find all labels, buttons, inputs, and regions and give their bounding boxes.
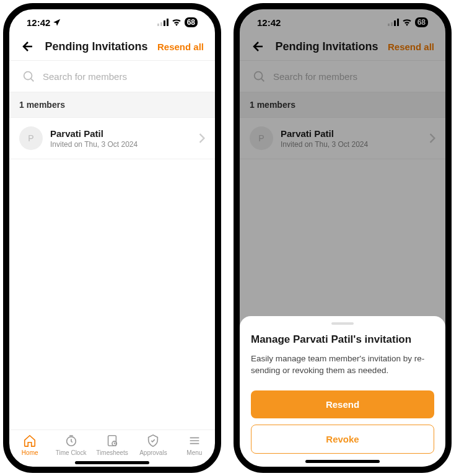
tab-label: Approvals: [139, 449, 167, 456]
member-info: Parvati Patil Invited on Thu, 3 Oct 2024: [281, 128, 422, 149]
status-time: 12:42: [257, 17, 281, 28]
wifi-icon: [402, 19, 412, 26]
svg-rect-1: [160, 22, 162, 26]
svg-point-4: [24, 72, 32, 80]
avatar: P: [19, 126, 43, 150]
resend-button[interactable]: Resend: [251, 390, 434, 418]
sheet-grabber[interactable]: [331, 322, 354, 325]
menu-icon: [188, 434, 201, 447]
page-title: Pending Invitations: [275, 40, 378, 53]
resend-all-button[interactable]: Resend all: [157, 42, 204, 52]
battery-icon: 68: [415, 17, 428, 27]
search-input[interactable]: [273, 71, 433, 82]
search-row[interactable]: [240, 60, 445, 92]
search-icon: [22, 69, 35, 83]
timesheets-icon: [105, 434, 119, 447]
resend-all-button[interactable]: Resend all: [388, 42, 434, 52]
wifi-icon: [172, 19, 181, 26]
signal-icon: [157, 19, 168, 26]
member-row[interactable]: P Parvati Patil Invited on Thu, 3 Oct 20…: [9, 118, 215, 159]
page-title: Pending Invitations: [45, 40, 147, 53]
status-bar: 12:42 68: [240, 9, 445, 35]
chevron-right-icon: [429, 133, 435, 143]
action-sheet: Manage Parvati Patil's invitation Easily…: [240, 316, 445, 467]
back-button[interactable]: [251, 39, 266, 54]
search-icon: [252, 69, 266, 83]
chevron-right-icon: [199, 133, 205, 143]
nav-header: Pending Invitations Resend all: [9, 35, 215, 60]
member-row[interactable]: P Parvati Patil Invited on Thu, 3 Oct 20…: [240, 118, 445, 159]
search-input[interactable]: [43, 71, 203, 82]
nav-header: Pending Invitations Resend all: [240, 35, 445, 60]
svg-rect-8: [388, 24, 390, 26]
svg-rect-2: [164, 20, 165, 26]
signal-icon: [388, 19, 399, 26]
home-indicator[interactable]: [305, 460, 380, 463]
svg-rect-10: [394, 20, 396, 26]
home-indicator[interactable]: [75, 461, 149, 464]
approvals-icon: [146, 434, 160, 447]
tab-menu[interactable]: Menu: [174, 434, 215, 456]
svg-rect-3: [167, 19, 168, 26]
tab-label: Menu: [186, 449, 202, 456]
svg-rect-9: [391, 22, 393, 26]
content-area: [9, 159, 215, 430]
search-row[interactable]: [9, 60, 215, 92]
member-sub: Invited on Thu, 3 Oct 2024: [50, 140, 191, 149]
tab-label: Timesheets: [96, 449, 128, 456]
phone-left: 12:42 68 Pending Invitations Resend all …: [3, 3, 221, 473]
back-button[interactable]: [20, 39, 35, 54]
tab-approvals[interactable]: Approvals: [133, 434, 173, 456]
tab-timeclock[interactable]: Time Clock: [50, 434, 91, 456]
member-sub: Invited on Thu, 3 Oct 2024: [281, 140, 422, 149]
location-icon: [53, 18, 61, 27]
status-time: 12:42: [27, 17, 50, 28]
svg-rect-0: [157, 24, 159, 26]
tab-label: Time Clock: [56, 449, 87, 456]
battery-icon: 68: [185, 17, 198, 27]
members-count-label: 1 members: [240, 92, 445, 118]
revoke-button[interactable]: Revoke: [251, 425, 434, 454]
members-count-label: 1 members: [9, 92, 215, 118]
status-bar: 12:42 68: [9, 9, 215, 35]
phone-right: 12:42 68 Pending Invitations Resend all …: [234, 3, 452, 473]
tab-label: Home: [22, 449, 38, 456]
svg-point-12: [255, 72, 263, 80]
clock-icon: [64, 434, 78, 447]
svg-rect-11: [397, 19, 399, 26]
member-name: Parvati Patil: [281, 128, 422, 139]
member-name: Parvati Patil: [50, 128, 191, 139]
sheet-description: Easily manage team member's invitation b…: [251, 353, 434, 377]
home-icon: [23, 434, 37, 447]
sheet-title: Manage Parvati Patil's invitation: [251, 333, 434, 346]
member-info: Parvati Patil Invited on Thu, 3 Oct 2024: [50, 128, 191, 149]
tab-home[interactable]: Home: [9, 434, 50, 456]
tab-timesheets[interactable]: Timesheets: [92, 434, 133, 456]
avatar: P: [250, 126, 273, 150]
tab-bar: Home Time Clock Timesheets Approvals Men…: [9, 430, 215, 457]
